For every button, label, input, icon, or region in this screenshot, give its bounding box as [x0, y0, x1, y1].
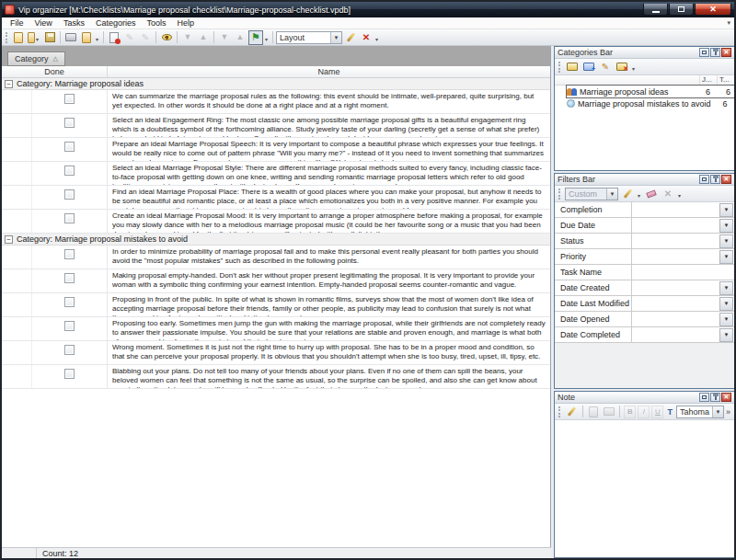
- group-header[interactable]: − Category: Marriage proposal ideas: [2, 78, 550, 90]
- edit-task-button[interactable]: ✎: [122, 30, 137, 45]
- print-overflow-chevron[interactable]: ▾: [95, 32, 100, 42]
- task-checkbox[interactable]: [64, 94, 75, 104]
- font-combobox[interactable]: Tahoma ▼: [676, 406, 724, 418]
- panel-close-button[interactable]: ✕: [721, 48, 731, 57]
- toolbar-grip[interactable]: [558, 406, 561, 417]
- panel-pin-button[interactable]: [710, 175, 720, 184]
- print-button[interactable]: [63, 30, 78, 45]
- layout-overflow-chevron[interactable]: ▾: [374, 32, 380, 42]
- minimize-button[interactable]: [643, 4, 668, 16]
- menu-tasks[interactable]: Tasks: [58, 17, 90, 29]
- task-row[interactable]: Select an ideal Engagement Ring: The mos…: [2, 114, 550, 138]
- delete-layout-button[interactable]: ✕: [359, 30, 374, 45]
- task-row[interactable]: We can summarize the marriage proposal r…: [2, 90, 550, 114]
- panel-close-button[interactable]: ✕: [721, 175, 731, 184]
- toolbar-overflow-chevron[interactable]: ▾: [727, 19, 734, 27]
- move-up-button[interactable]: ▲: [196, 30, 211, 45]
- categories-col-j[interactable]: J...: [699, 75, 717, 85]
- filter-dropdown-button[interactable]: ▼: [719, 297, 733, 311]
- panel-restore-button[interactable]: [699, 175, 709, 184]
- move-down-button[interactable]: ▼: [180, 30, 195, 45]
- flag-view-button[interactable]: ⚑: [248, 30, 263, 45]
- print-preview-button[interactable]: [79, 30, 94, 45]
- task-row[interactable]: Making proposal empty-handed. Don't ask …: [2, 269, 550, 293]
- filter-value-field[interactable]: [632, 249, 719, 264]
- collapse-icon[interactable]: −: [5, 80, 13, 88]
- toolbar-grip[interactable]: [6, 32, 8, 43]
- task-row[interactable]: Proposing in front of the public. In spi…: [2, 293, 550, 317]
- task-checkbox[interactable]: [64, 118, 75, 128]
- font-dropdown-button[interactable]: ▼: [712, 406, 723, 417]
- task-checkbox[interactable]: [64, 345, 75, 355]
- filter-dropdown-button[interactable]: ▼: [719, 219, 733, 233]
- view-task-button[interactable]: [159, 30, 174, 45]
- task-row[interactable]: Find an ideal Marriage Proposal Place: T…: [2, 186, 550, 210]
- task-checkbox[interactable]: [64, 166, 75, 176]
- delete-filter-button[interactable]: ✕: [661, 187, 675, 201]
- filter-value-field[interactable]: [632, 202, 719, 217]
- filter-value-field[interactable]: [632, 218, 719, 233]
- menu-categories[interactable]: Categories: [90, 17, 142, 29]
- add-category-button[interactable]: [565, 60, 580, 74]
- category-item[interactable]: Marriage proposal ideas 6 6: [555, 86, 734, 97]
- apply-layout-button[interactable]: [343, 30, 358, 45]
- filter-value-field[interactable]: [632, 296, 719, 311]
- add-task-button[interactable]: [107, 30, 121, 45]
- close-button[interactable]: ✕: [695, 4, 731, 16]
- task-checkbox[interactable]: [64, 142, 75, 152]
- clear-filter-button[interactable]: [644, 187, 659, 201]
- print-note-button[interactable]: [603, 405, 616, 419]
- filter-value-field[interactable]: [632, 312, 719, 326]
- filter-dropdown-button[interactable]: ▼: [719, 203, 733, 217]
- panel-restore-button[interactable]: [699, 48, 709, 57]
- menu-help[interactable]: Help: [171, 17, 200, 29]
- filter-value-field[interactable]: [632, 280, 719, 295]
- edit-note-button[interactable]: [565, 405, 579, 419]
- toolbar-grip[interactable]: [558, 62, 561, 73]
- group-header[interactable]: − Category: Marriage proposal mistakes t…: [2, 234, 550, 246]
- task-row[interactable]: Create an ideal Marriage Proposal Mood: …: [2, 210, 550, 234]
- task-checkbox[interactable]: [64, 297, 75, 307]
- categories-col-t[interactable]: T...: [717, 75, 734, 85]
- flags-overflow-chevron[interactable]: ▾: [264, 32, 270, 42]
- task-row[interactable]: Wrong moment. Sometimes it is just not t…: [2, 341, 550, 365]
- bold-button[interactable]: B: [624, 406, 636, 418]
- task-checkbox[interactable]: [64, 369, 75, 379]
- menu-view[interactable]: View: [29, 17, 58, 29]
- task-checkbox[interactable]: [64, 321, 75, 331]
- panel-pin-button[interactable]: [710, 48, 720, 57]
- filter-dropdown-button[interactable]: ▼: [719, 234, 733, 248]
- filter-preset-dropdown[interactable]: ▼: [606, 189, 617, 200]
- save-button[interactable]: [42, 30, 57, 45]
- filter-dropdown-button[interactable]: ▼: [719, 313, 733, 326]
- filter-text-input[interactable]: [632, 265, 734, 280]
- task-checkbox[interactable]: [64, 213, 75, 223]
- delete-task-button[interactable]: ✎: [138, 30, 153, 45]
- task-row[interactable]: Blabbing out your plans. Do not tell too…: [2, 365, 550, 389]
- new-item-dropdown-button[interactable]: ▾: [27, 30, 41, 45]
- filter-value-field[interactable]: [632, 234, 719, 248]
- complete-task-button[interactable]: ▼: [217, 30, 232, 45]
- menu-file[interactable]: File: [5, 17, 29, 29]
- note-toolbar-overflow[interactable]: »: [726, 407, 732, 417]
- filter-dropdown-button[interactable]: ▼: [719, 281, 733, 295]
- categories-overflow-chevron[interactable]: ▾: [631, 62, 637, 72]
- maximize-button[interactable]: [669, 4, 694, 16]
- task-checkbox[interactable]: [64, 189, 75, 200]
- layout-combobox[interactable]: Layout ▼: [276, 31, 342, 44]
- filter-dropdown-button[interactable]: ▼: [719, 250, 733, 264]
- panel-restore-button[interactable]: [699, 393, 709, 402]
- apply-filter-button[interactable]: [620, 187, 635, 201]
- apply-filter-chevron[interactable]: ▾: [637, 189, 642, 199]
- task-row[interactable]: Prepare an ideal Marriage Proposal Speec…: [2, 138, 550, 162]
- note-text-area[interactable]: [555, 420, 734, 557]
- add-subcategory-button[interactable]: +: [581, 60, 596, 74]
- task-checkbox[interactable]: [64, 249, 75, 259]
- new-document-button[interactable]: [11, 30, 26, 45]
- collapse-icon[interactable]: −: [5, 235, 13, 244]
- edit-category-button[interactable]: ✎: [598, 60, 613, 74]
- layout-dropdown-button[interactable]: ▼: [330, 32, 341, 43]
- task-checkbox[interactable]: [64, 273, 75, 283]
- panel-pin-button[interactable]: [710, 393, 720, 402]
- panel-close-button[interactable]: ✕: [721, 393, 731, 402]
